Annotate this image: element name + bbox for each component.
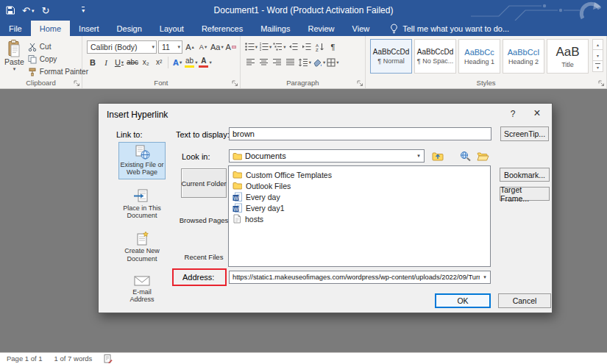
text-to-display-input[interactable]: brown	[229, 127, 491, 140]
page-indicator[interactable]: Page 1 of 1	[7, 354, 43, 363]
file-name: Outlook Files	[246, 182, 291, 190]
clipboard-dialog-launcher[interactable]	[74, 80, 80, 87]
customize-qat-button[interactable]: ▾	[82, 7, 85, 14]
file-row[interactable]: Outlook Files	[232, 180, 486, 191]
link-type-create-new-document[interactable]: Create New Document	[118, 229, 166, 265]
show-formatting-button[interactable]: ¶	[327, 40, 339, 54]
ok-button[interactable]: OK	[435, 293, 491, 308]
style-heading-1[interactable]: AaBbCc Heading 1	[458, 39, 500, 74]
borders-button[interactable]: ▾	[327, 56, 338, 69]
align-center-button[interactable]	[258, 56, 270, 69]
styles-scroll-up-button[interactable]: ▴	[592, 39, 603, 50]
styles-scroll-down-button[interactable]: ▾	[592, 50, 603, 61]
superscript-button[interactable]: x²	[153, 56, 165, 69]
proofing-status-icon[interactable]	[104, 354, 113, 363]
font-dialog-launcher[interactable]	[232, 80, 238, 87]
styles-dialog-launcher[interactable]	[598, 80, 605, 87]
tab-insert[interactable]: Insert	[70, 21, 108, 36]
location-tab-browsed-pages[interactable]: Browsed Pages	[181, 205, 227, 235]
file-row[interactable]: W Every day1	[232, 202, 486, 213]
copy-button[interactable]: Copy	[28, 54, 88, 65]
justify-button[interactable]	[285, 56, 297, 69]
location-tab-label: Browsed Pages	[180, 216, 229, 224]
shading-button[interactable]: ▾	[313, 56, 325, 69]
tell-me-box[interactable]: Tell me what you want to do...	[390, 21, 509, 36]
strikethrough-button[interactable]: abc	[127, 56, 138, 69]
multilevel-list-button[interactable]: ▾	[273, 40, 285, 54]
subscript-button[interactable]: x₂	[140, 56, 152, 69]
bookmark-button[interactable]: Bookmark...	[500, 168, 550, 182]
look-in-value: Documents	[245, 151, 286, 160]
cancel-button[interactable]: Cancel	[498, 293, 551, 308]
link-type-email-address[interactable]: E-mail Address	[118, 272, 166, 307]
tab-layout[interactable]: Layout	[151, 21, 193, 36]
style-sample: AaBbCcI	[508, 48, 539, 57]
file-row[interactable]: W Every day	[232, 191, 486, 202]
copy-label: Copy	[40, 55, 57, 63]
align-left-button[interactable]	[245, 56, 257, 69]
link-type-existing-file[interactable]: Existing File or Web Page	[118, 142, 166, 179]
redo-icon: ↻	[41, 6, 49, 15]
screentip-button[interactable]: ScreenTip...	[500, 126, 549, 141]
align-right-button[interactable]	[271, 56, 283, 69]
target-frame-button[interactable]: Target Frame...	[500, 187, 550, 201]
folder-icon	[232, 152, 242, 160]
cut-button[interactable]: Cut	[28, 41, 88, 52]
format-painter-button[interactable]: Format Painter	[28, 66, 88, 77]
bold-button[interactable]: B	[87, 56, 99, 69]
file-row[interactable]: hosts	[232, 213, 486, 224]
highlight-color-button[interactable]: ab ▾	[185, 56, 197, 69]
numbering-button[interactable]: ▾	[259, 40, 271, 54]
word-count[interactable]: 1 of 7 words	[54, 354, 93, 363]
sort-button[interactable]: AZ	[314, 40, 326, 54]
down-arrow-icon: ▾	[205, 44, 207, 50]
tab-file[interactable]: File	[0, 21, 31, 36]
look-in-select[interactable]: Documents ▾	[229, 149, 425, 163]
svg-text:W: W	[233, 196, 238, 201]
underline-button[interactable]: U▾	[113, 56, 125, 69]
italic-button[interactable]: I	[100, 56, 112, 69]
address-select[interactable]: https://static1.makeuseofimages.com/word…	[229, 271, 491, 284]
location-tab-current-folder[interactable]: Current Folder	[181, 168, 227, 198]
redo-button[interactable]: ↻	[41, 6, 49, 15]
styles-more-button[interactable]: ▾	[592, 61, 603, 72]
style-normal[interactable]: AaBbCcDd ¶ Normal	[370, 39, 412, 74]
font-family-select[interactable]: Calibri (Body) ▾	[87, 40, 157, 54]
link-type-place-in-document[interactable]: Place in This Document	[118, 186, 166, 223]
up-one-folder-button[interactable]	[431, 149, 445, 163]
down-arrow-icon: ▾	[597, 53, 599, 58]
browse-web-button[interactable]	[458, 149, 472, 163]
tab-mailings[interactable]: Mailings	[252, 21, 299, 36]
paragraph-group-label: Paragraph	[286, 79, 319, 87]
dialog-help-button[interactable]: ?	[508, 109, 518, 119]
increase-indent-button[interactable]	[301, 40, 313, 54]
style-heading-2[interactable]: AaBbCcI Heading 2	[503, 39, 544, 74]
tab-references[interactable]: References	[193, 21, 252, 36]
undo-button[interactable]: ↶▾	[22, 6, 34, 15]
style-title[interactable]: AaB Title	[547, 39, 589, 74]
browse-file-button[interactable]	[476, 149, 490, 163]
clear-formatting-button[interactable]: A	[225, 40, 237, 54]
tab-view[interactable]: View	[344, 21, 379, 36]
file-list[interactable]: Custom Office Templates Outlook Files W …	[228, 165, 491, 267]
styles-group-label: Styles	[477, 79, 496, 87]
save-button[interactable]	[6, 6, 15, 15]
dialog-close-button[interactable]: ×	[531, 107, 543, 120]
shrink-font-button[interactable]: A▾	[197, 40, 209, 54]
style-no-spacing[interactable]: AaBbCcDd ¶ No Spac...	[414, 39, 456, 74]
grow-font-button[interactable]: A▴	[184, 40, 196, 54]
font-size-select[interactable]: 11 ▾	[158, 40, 182, 54]
location-tab-recent-files[interactable]: Recent Files	[181, 242, 227, 271]
paste-button[interactable]: Paste ▾	[4, 39, 24, 77]
line-spacing-button[interactable]: ▾	[298, 56, 311, 69]
decrease-indent-button[interactable]	[288, 40, 299, 54]
bullets-button[interactable]: ▾	[245, 40, 258, 54]
tab-design[interactable]: Design	[108, 21, 151, 36]
font-color-button[interactable]: A ▾	[199, 56, 211, 69]
paragraph-dialog-launcher[interactable]	[357, 80, 363, 87]
change-case-button[interactable]: Aa▾	[210, 40, 224, 54]
text-effects-button[interactable]: A▾	[171, 56, 183, 69]
tab-home[interactable]: Home	[31, 21, 70, 36]
file-row[interactable]: Custom Office Templates	[232, 169, 486, 180]
tab-review[interactable]: Review	[299, 21, 344, 36]
